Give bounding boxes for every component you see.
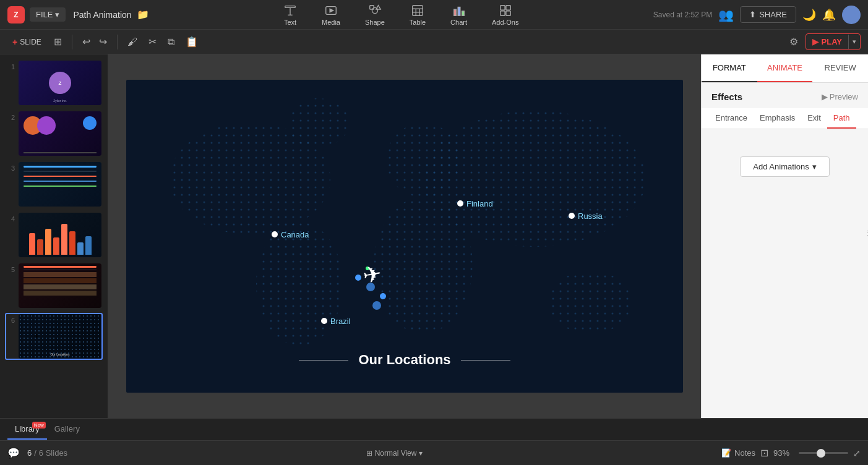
gallery-tab[interactable]: Gallery xyxy=(47,419,87,440)
table-tool-button[interactable]: Table xyxy=(405,1,431,28)
expand-icon[interactable]: ⤢ xyxy=(853,448,861,458)
title-line-left xyxy=(299,360,348,360)
collab-icon[interactable]: 👥 xyxy=(718,7,734,22)
svg-point-26 xyxy=(547,271,634,333)
media-tool-button[interactable]: Media xyxy=(317,1,345,28)
shape-icon xyxy=(368,4,382,17)
notes-icon: 📝 xyxy=(721,448,731,458)
bottom-panel-tabs: Library New Gallery xyxy=(0,418,868,440)
slide-number-2: 2 xyxy=(6,111,15,121)
preview-link[interactable]: ▶ Preview xyxy=(822,92,858,101)
exit-tab[interactable]: Exit xyxy=(801,108,827,129)
text-tool-button[interactable]: Text xyxy=(278,1,302,28)
path-tab[interactable]: Path xyxy=(827,108,856,129)
svg-rect-16 xyxy=(500,5,504,9)
main-toolbar: Text Media Shape Table Chart Add-Ons xyxy=(154,1,648,28)
file-menu-button[interactable]: FILE ▾ xyxy=(30,7,66,22)
gallery-label: Gallery xyxy=(54,424,80,433)
panel-content xyxy=(702,189,868,418)
folder-icon[interactable]: 📁 xyxy=(137,9,149,20)
slide-number-3: 3 xyxy=(6,162,15,172)
slide-preview-3 xyxy=(19,162,101,207)
paste-button[interactable]: 📋 xyxy=(182,33,202,50)
animate-tab[interactable]: ANIMATE xyxy=(757,54,813,82)
play-triangle-icon: ▶ xyxy=(812,37,819,46)
review-tab[interactable]: REVIEW xyxy=(812,54,868,82)
share-button[interactable]: ⬆ SHARE xyxy=(740,6,796,23)
slide-title-bar: Our Locations xyxy=(126,352,683,368)
notes-label: Notes xyxy=(734,448,755,458)
zoom-control: 93% xyxy=(773,448,848,458)
svg-rect-17 xyxy=(506,5,510,9)
moon-icon[interactable]: 🌙 xyxy=(802,8,816,22)
bottom-right: 📝 Notes ⊡ 93% ⤢ xyxy=(721,447,861,459)
svg-point-36 xyxy=(457,200,463,207)
text-label: Text xyxy=(284,19,296,26)
chart-label: Chart xyxy=(450,19,467,26)
add-animations-button[interactable]: Add Animations ▾ xyxy=(740,156,829,177)
user-avatar[interactable] xyxy=(842,6,861,24)
play-label: PLAY xyxy=(822,37,842,46)
notification-icon[interactable]: 🔔 xyxy=(822,8,836,22)
settings-button[interactable]: ⚙ xyxy=(786,33,802,50)
shape-tool-button[interactable]: Shape xyxy=(360,1,390,28)
notes-button[interactable]: 📝 Notes xyxy=(721,448,755,458)
format-painter-button[interactable]: 🖌 xyxy=(124,34,141,50)
slide-preview-6: Our Locations ✈ xyxy=(19,314,101,359)
play-dropdown-button[interactable]: ▾ xyxy=(848,35,860,49)
cut-button[interactable]: ✂ xyxy=(145,33,160,50)
table-icon xyxy=(411,4,424,17)
svg-point-34 xyxy=(272,231,278,237)
layout-button[interactable]: ⊞ xyxy=(50,33,66,50)
slide-canvas[interactable]: ✈ Canada Finland Russia Brazil Our xyxy=(126,80,683,393)
grid-view-icon: ⊞ xyxy=(366,449,372,458)
fit-button[interactable]: ⊡ xyxy=(760,447,768,459)
slide-thumbnail-1[interactable]: 1 Z Zyller Inc. xyxy=(5,59,103,106)
svg-point-38 xyxy=(569,213,575,219)
preview-arrow-icon: ▶ xyxy=(822,92,828,101)
chat-button[interactable]: 💬 xyxy=(7,447,20,459)
copy-button[interactable]: ⧉ xyxy=(164,34,178,50)
add-animations-container: Add Animations ▾ xyxy=(702,129,868,189)
canvas-area: ✈ Canada Finland Russia Brazil Our xyxy=(108,54,701,418)
shape-label: Shape xyxy=(365,19,385,26)
chart-tool-button[interactable]: Chart xyxy=(445,1,472,28)
slide-thumbnail-4[interactable]: 4 xyxy=(5,211,103,258)
normal-view-button[interactable]: ⊞ Normal View ▾ xyxy=(366,449,423,458)
emphasis-tab[interactable]: Emphasis xyxy=(754,108,801,129)
slide-thumbnail-2[interactable]: 2 xyxy=(5,110,103,157)
format-tab[interactable]: FORMAT xyxy=(702,54,757,82)
zoom-slider[interactable] xyxy=(799,452,848,454)
presentation-title[interactable]: Path Animation xyxy=(73,10,131,20)
slide-thumbnail-3[interactable]: 3 xyxy=(5,161,103,208)
bottom-bar: 💬 6 / 6 Slides ⊞ Normal View ▾ 📝 Notes ⊡… xyxy=(0,440,868,465)
svg-point-40 xyxy=(321,318,327,324)
slide-preview-5 xyxy=(19,263,101,308)
svg-point-32 xyxy=(372,301,381,310)
svg-marker-7 xyxy=(376,5,380,9)
add-slide-button[interactable]: + SLIDE xyxy=(7,35,46,49)
divider xyxy=(72,35,72,49)
svg-point-31 xyxy=(380,293,386,299)
svg-text:Russia: Russia xyxy=(578,211,603,221)
top-bar: Z FILE ▾ Path Animation 📁 Text Media Sha… xyxy=(0,0,868,30)
svg-rect-19 xyxy=(506,11,510,15)
addons-tool-button[interactable]: Add-Ons xyxy=(487,1,523,28)
library-tab[interactable]: Library New xyxy=(7,419,47,440)
slide-title: Our Locations xyxy=(358,352,450,368)
world-map: ✈ Canada Finland Russia Brazil xyxy=(126,80,683,393)
slide-thumbnail-6[interactable]: 6 Our Locations ✈ xyxy=(5,313,103,360)
slide-number-6: 6 xyxy=(6,314,15,324)
zoom-percentage: 93% xyxy=(773,448,795,458)
slide-count: 6 / 6 Slides xyxy=(27,448,67,458)
redo-button[interactable]: ↪ xyxy=(95,33,111,50)
slide-thumbnail-5[interactable]: 5 xyxy=(5,262,103,309)
effects-title: Effects xyxy=(711,92,742,102)
bottom-center: ⊞ Normal View ▾ xyxy=(67,449,721,458)
new-badge: New xyxy=(32,422,46,429)
entrance-tab[interactable]: Entrance xyxy=(709,108,754,129)
svg-rect-13 xyxy=(453,9,456,15)
undo-button[interactable]: ↩ xyxy=(79,33,94,50)
play-button[interactable]: ▶ PLAY xyxy=(806,34,848,49)
add-animations-label: Add Animations xyxy=(753,162,809,171)
